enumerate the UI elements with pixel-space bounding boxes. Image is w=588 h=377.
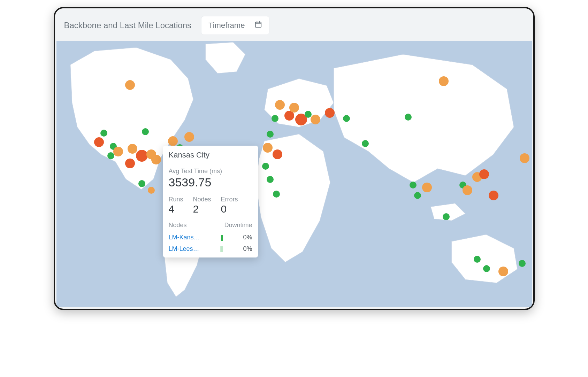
map-marker[interactable] [479, 169, 489, 179]
map-marker[interactable] [439, 76, 449, 86]
node-row: LM-Kans… || 0% [169, 232, 252, 243]
map-marker[interactable] [519, 260, 526, 267]
node-downtime: 0% [243, 234, 252, 241]
map-marker[interactable] [273, 149, 282, 159]
runs-value: 4 [169, 203, 183, 215]
map-marker[interactable] [305, 111, 312, 118]
map-marker[interactable] [184, 132, 194, 142]
node-spark-icon: || [220, 245, 222, 253]
world-map[interactable]: Kansas City Avg Test Time (ms) 3539.75 R… [56, 41, 532, 307]
map-marker[interactable] [414, 192, 421, 199]
map-marker[interactable] [128, 144, 137, 154]
timeframe-label: Timeframe [208, 21, 245, 30]
map-marker[interactable] [343, 115, 350, 122]
map-marker[interactable] [168, 136, 178, 146]
map-marker[interactable] [311, 115, 320, 124]
map-marker[interactable] [498, 267, 508, 276]
map-marker[interactable] [273, 191, 280, 198]
map-marker[interactable] [272, 115, 278, 122]
map-marker[interactable] [263, 143, 273, 153]
node-spark-icon: || [220, 234, 222, 241]
map-marker[interactable] [138, 180, 145, 187]
avg-test-time-label: Avg Test Time (ms) [169, 168, 252, 175]
map-marker[interactable] [262, 163, 269, 170]
node-link[interactable]: LM-Kans… [169, 234, 200, 241]
map-marker[interactable] [94, 137, 104, 147]
map-marker[interactable] [289, 103, 299, 113]
map-marker[interactable] [113, 147, 123, 156]
map-marker[interactable] [148, 187, 155, 194]
nodes-header-left: Nodes [169, 222, 187, 229]
map-marker[interactable] [520, 153, 529, 163]
node-row: LM-Lees… || 0% [169, 243, 252, 255]
map-marker[interactable] [474, 256, 481, 263]
map-marker[interactable] [443, 213, 450, 220]
map-marker[interactable] [267, 131, 274, 138]
nodes-header-right: Downtime [224, 222, 252, 229]
popup-title: Kansas City [163, 146, 258, 164]
node-link[interactable]: LM-Lees… [169, 245, 199, 253]
calendar-icon [254, 21, 262, 30]
map-marker[interactable] [100, 130, 107, 137]
map-marker[interactable] [483, 265, 490, 272]
popup-stats-row: Runs 4 Nodes 2 Errors 0 [169, 196, 252, 215]
map-marker[interactable] [151, 155, 161, 164]
map-marker[interactable] [410, 182, 417, 188]
map-marker[interactable] [405, 114, 412, 121]
node-downtime: 0% [243, 245, 252, 253]
map-marker[interactable] [267, 176, 274, 183]
map-marker[interactable] [125, 80, 135, 90]
errors-value: 0 [221, 203, 238, 215]
page-title: Backbone and Last Mile Locations [64, 21, 192, 30]
map-marker[interactable] [422, 183, 432, 192]
location-popup: Kansas City Avg Test Time (ms) 3539.75 R… [163, 146, 258, 257]
map-marker[interactable] [463, 185, 472, 195]
svg-rect-0 [255, 22, 261, 28]
map-marker[interactable] [489, 191, 498, 200]
map-marker[interactable] [325, 108, 335, 118]
map-marker[interactable] [136, 150, 148, 162]
errors-label: Errors [221, 196, 238, 203]
runs-label: Runs [169, 196, 183, 203]
timeframe-button[interactable]: Timeframe [201, 16, 269, 35]
map-marker[interactable] [142, 128, 149, 135]
map-marker[interactable] [125, 159, 135, 168]
app-frame: Backbone and Last Mile Locations Timefra… [54, 7, 535, 310]
map-marker[interactable] [362, 140, 369, 147]
nodes-value: 2 [193, 203, 211, 215]
header-bar: Backbone and Last Mile Locations Timefra… [55, 8, 533, 43]
map-marker[interactable] [275, 100, 285, 110]
nodes-label: Nodes [193, 196, 211, 203]
avg-test-time-value: 3539.75 [169, 176, 252, 189]
